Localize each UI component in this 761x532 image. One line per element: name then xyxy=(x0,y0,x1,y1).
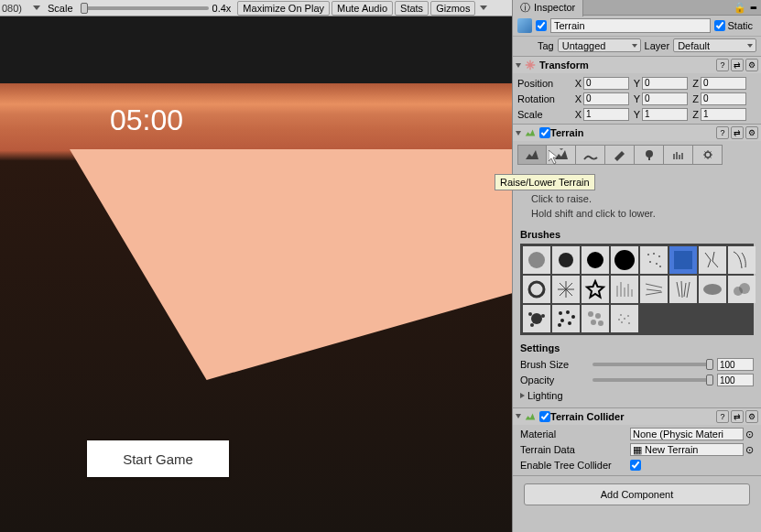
brush-hard-round[interactable] xyxy=(582,246,609,274)
stats-button[interactable]: Stats xyxy=(395,1,429,16)
tree-collider-checkbox[interactable] xyxy=(630,460,641,471)
static-checkbox[interactable] xyxy=(714,20,725,31)
brush-size-label: Brush Size xyxy=(520,359,589,370)
resolution-label[interactable]: 080) xyxy=(2,3,22,14)
smooth-height-tool[interactable] xyxy=(576,145,605,165)
terrain-icon xyxy=(524,126,537,139)
scale-x-input[interactable] xyxy=(583,108,629,121)
panel-menu-icon[interactable]: ▪▪▪ xyxy=(750,2,756,13)
terrain-settings-tool[interactable] xyxy=(693,145,723,165)
terrain-enabled-checkbox[interactable] xyxy=(539,127,550,138)
brush-fractal[interactable] xyxy=(669,246,697,274)
scale-z-input[interactable] xyxy=(701,108,746,121)
terrain-header[interactable]: Terrain ? ⇄ ⚙ xyxy=(513,125,761,141)
brush-ring[interactable] xyxy=(523,276,550,303)
paint-height-tool[interactable] xyxy=(547,145,576,165)
object-name-input[interactable] xyxy=(550,18,711,33)
dropdown-arrow-icon[interactable] xyxy=(33,5,40,10)
scale-slider[interactable] xyxy=(81,6,209,10)
help-icon[interactable]: ? xyxy=(716,126,729,139)
inspector-tab[interactable]: ⓘ Inspector xyxy=(513,0,583,16)
preset-icon[interactable]: ⇄ xyxy=(731,126,744,139)
brush-splat[interactable] xyxy=(523,305,550,332)
gear-icon[interactable]: ⚙ xyxy=(745,410,758,423)
add-component-button[interactable]: Add Component xyxy=(524,483,750,505)
mute-button[interactable]: Mute Audio xyxy=(332,1,393,16)
terrain-component: Terrain ? ⇄ ⚙ rrain Click to raise. Hold… xyxy=(513,125,761,408)
brush-scratch[interactable] xyxy=(640,276,668,303)
static-toggle[interactable]: Static xyxy=(714,20,756,31)
start-game-button[interactable]: Start Game xyxy=(87,440,229,477)
svg-point-3 xyxy=(528,252,545,268)
brush-fiber[interactable] xyxy=(669,276,697,303)
brush-star-thin[interactable] xyxy=(552,276,580,303)
brush-size-input[interactable] xyxy=(717,358,754,371)
y-label: Y xyxy=(631,78,642,89)
dropdown-arrow-icon[interactable] xyxy=(480,5,487,10)
brush-noise[interactable] xyxy=(640,246,668,274)
tag-dropdown[interactable]: Untagged xyxy=(558,38,641,52)
brush-round-mid[interactable] xyxy=(552,246,580,274)
position-z-input[interactable] xyxy=(701,77,746,90)
brush-dots[interactable] xyxy=(552,305,580,332)
svg-point-4 xyxy=(559,253,573,267)
brush-veins[interactable] xyxy=(728,246,756,274)
brush-star-outline[interactable] xyxy=(582,276,609,303)
terrain-collider-icon xyxy=(524,410,537,423)
gameobject-icon[interactable] xyxy=(517,18,532,33)
rotation-x-input[interactable] xyxy=(583,92,629,105)
fold-icon[interactable] xyxy=(516,414,521,418)
collider-header[interactable]: Terrain Collider ? ⇄ ⚙ xyxy=(513,408,761,425)
rotation-y-input[interactable] xyxy=(642,92,688,105)
active-checkbox[interactable] xyxy=(536,20,547,31)
brush-big-round[interactable] xyxy=(611,246,638,274)
brush-sponge[interactable] xyxy=(582,305,609,332)
brush-size-slider[interactable] xyxy=(592,363,713,366)
material-field[interactable]: None (Physic Materi xyxy=(630,428,744,440)
svg-point-22 xyxy=(559,311,562,315)
raise-lower-tool[interactable] xyxy=(517,145,547,165)
y-label: Y xyxy=(631,93,642,104)
brush-grass[interactable] xyxy=(611,276,638,303)
fold-icon[interactable] xyxy=(516,63,521,68)
paint-details-tool[interactable] xyxy=(664,145,693,165)
fold-icon[interactable] xyxy=(516,131,521,136)
scale-y-input[interactable] xyxy=(642,108,688,121)
brush-cracks[interactable] xyxy=(699,246,726,274)
terrain-data-field[interactable]: ▦New Terrain xyxy=(630,443,744,456)
brush-cloud[interactable] xyxy=(728,276,756,303)
opacity-slider[interactable] xyxy=(592,378,713,382)
maximize-button[interactable]: Maximize On Play xyxy=(237,1,330,16)
brush-spray[interactable] xyxy=(611,305,638,332)
lock-icon[interactable]: 🔒 xyxy=(734,2,746,14)
game-view[interactable]: 05:00 Start Game xyxy=(0,16,512,532)
slider-thumb[interactable] xyxy=(706,359,713,370)
gear-icon[interactable]: ⚙ xyxy=(745,126,758,139)
slider-thumb[interactable] xyxy=(81,3,88,14)
object-picker-icon[interactable]: ⊙ xyxy=(745,429,754,440)
lighting-label[interactable]: Lighting xyxy=(527,390,563,401)
preset-icon[interactable]: ⇄ xyxy=(731,59,744,71)
svg-point-15 xyxy=(703,284,722,295)
preset-icon[interactable]: ⇄ xyxy=(731,410,744,423)
svg-point-7 xyxy=(647,254,649,255)
gizmos-button[interactable]: Gizmos xyxy=(430,1,475,16)
slider-thumb[interactable] xyxy=(706,375,713,385)
help-icon[interactable]: ? xyxy=(716,59,729,71)
layer-dropdown[interactable]: Default xyxy=(673,38,756,52)
help-icon[interactable]: ? xyxy=(716,410,729,423)
opacity-input[interactable] xyxy=(717,374,754,386)
gear-icon[interactable]: ⚙ xyxy=(745,59,758,71)
paint-texture-tool[interactable] xyxy=(605,145,635,165)
brush-smudge[interactable] xyxy=(699,276,726,303)
position-y-input[interactable] xyxy=(642,77,688,90)
transform-header[interactable]: Transform ? ⇄ ⚙ xyxy=(513,57,761,73)
brush-soft-round[interactable] xyxy=(523,246,550,274)
place-trees-tool[interactable] xyxy=(635,145,664,165)
rotation-z-input[interactable] xyxy=(701,92,746,105)
help-line: Hold shift and click to lower. xyxy=(531,206,743,222)
object-picker-icon[interactable]: ⊙ xyxy=(745,444,754,456)
collider-enabled-checkbox[interactable] xyxy=(539,411,550,422)
position-x-input[interactable] xyxy=(583,77,629,90)
fold-icon[interactable] xyxy=(520,393,525,398)
